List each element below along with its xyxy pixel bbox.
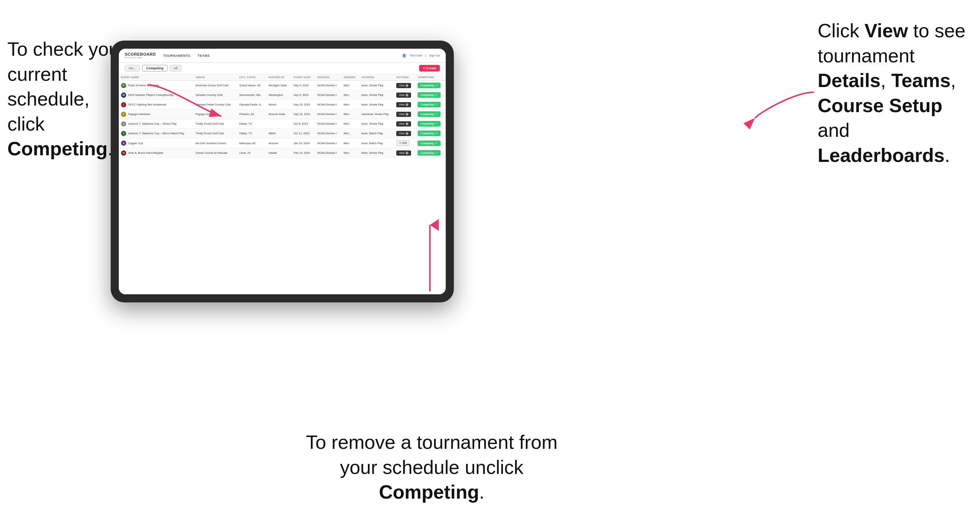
col-competing: COMPETING — [415, 74, 446, 81]
logo-powered: Powered by clippi — [125, 56, 156, 59]
gender-cell: Men — [342, 110, 360, 119]
info-icon: ℹ — [406, 113, 409, 116]
col-city: CITY, STATE — [237, 74, 266, 81]
competing-cell: Competing ✓ — [415, 138, 446, 148]
event-name-cell: J Jackson T. Stephens Cup – Men's Match … — [119, 129, 193, 138]
competing-button[interactable]: Competing ✓ — [418, 111, 441, 117]
view-button[interactable]: View ℹ — [396, 121, 411, 127]
col-hosted-by: HOSTED BY — [266, 74, 291, 81]
event-name-cell: H John A. Burns Intercollegiate — [119, 148, 193, 158]
sign-out-link[interactable]: Sign out — [429, 54, 440, 57]
check-icon: ✓ — [435, 122, 438, 125]
event-name-cell: A Copper Cup — [119, 138, 193, 148]
competing-label: Competing — [421, 142, 434, 144]
scoring-cell: individual, Stroke Play — [360, 110, 395, 119]
division-cell: NCAA Division I — [315, 129, 342, 138]
info-icon: ℹ — [406, 152, 409, 154]
team-logo: F — [121, 83, 126, 88]
competing-tab[interactable]: Competing — [142, 65, 167, 71]
start-date-cell: Oct 11, 2023 — [291, 129, 315, 138]
competing-button[interactable]: Competing ✓ — [418, 83, 441, 88]
team-logo: J — [121, 121, 126, 127]
division-cell: NCAA Division I — [315, 138, 342, 148]
competing-label: Competing — [421, 122, 434, 125]
col-venue: VENUE — [193, 74, 237, 81]
view-button[interactable]: View ℹ — [396, 131, 411, 136]
division-cell: NCAA Division I — [315, 110, 342, 119]
view-button[interactable]: View ℹ — [396, 83, 411, 88]
home-tab[interactable]: Ho... — [125, 65, 140, 71]
all-tab[interactable]: All — [170, 65, 181, 71]
competing-cell: Competing ✓ — [415, 100, 446, 110]
col-division: DIVISION — [315, 74, 342, 81]
nav-teams[interactable]: TEAMS — [198, 54, 210, 57]
info-icon: ℹ — [406, 84, 409, 87]
city-cell: Dallas, TX — [237, 129, 266, 138]
team-logo: A — [121, 141, 126, 146]
actions-cell: View ℹ — [394, 81, 415, 90]
col-actions: ACTIONS — [394, 74, 415, 81]
scoring-cell: team, Match Play — [360, 138, 395, 148]
city-cell: Phoenix, AZ — [237, 110, 266, 119]
nav-links: TOURNAMENTS TEAMS — [163, 54, 401, 57]
check-icon: ✓ — [435, 113, 438, 116]
team-logo: J — [121, 131, 126, 136]
start-date-cell: Sep 4, 2023 — [291, 81, 315, 90]
view-button[interactable]: View ℹ — [396, 92, 411, 98]
scoring-cell: team, Stroke Play — [360, 90, 395, 100]
start-date-cell: Jan 14, 2024 — [291, 138, 315, 148]
table-row: H John A. Burns Intercollegiate Ocean Co… — [119, 148, 446, 158]
competing-cell: Competing ✓ — [415, 81, 446, 90]
venue-cell: Ak-Chin Southern Dunes — [193, 138, 237, 148]
left-arrow — [144, 81, 229, 125]
scoring-cell: team, Stroke Play — [360, 148, 395, 158]
nav-bar: SCOREBOARD Powered by clippi TOURNAMENTS… — [119, 49, 446, 63]
city-cell: Lihue, HI — [237, 148, 266, 158]
scoring-cell: team, Stroke Play — [360, 81, 395, 90]
table-row: J Jackson T. Stephens Cup – Men's Match … — [119, 129, 446, 138]
check-icon: ✓ — [435, 103, 438, 106]
right-annotation: Click View to see tournament Details, Te… — [818, 18, 973, 168]
competing-button[interactable]: Competing ✓ — [418, 130, 441, 136]
competing-button[interactable]: Competing ✓ — [418, 150, 441, 156]
competing-cell: Competing ✓ — [415, 148, 446, 158]
actions-cell: View ℹ — [394, 129, 415, 138]
edit-button[interactable]: ✏ Edit — [396, 140, 410, 146]
city-cell: Sammamish, WA — [237, 90, 266, 100]
hosted-by-cell — [266, 119, 291, 129]
gender-cell: Men — [342, 138, 360, 148]
competing-label: Competing — [421, 84, 434, 87]
competing-button[interactable]: Competing ✓ — [418, 141, 441, 146]
gender-cell: Men — [342, 129, 360, 138]
check-icon: ✓ — [435, 151, 438, 154]
division-cell: NCAA Division I — [315, 148, 342, 158]
start-date-cell: Oct 9, 2023 — [291, 119, 315, 129]
nav-tournaments[interactable]: TOURNAMENTS — [163, 54, 190, 57]
create-button[interactable]: + Create — [419, 65, 440, 71]
hosted-by-cell: Arizona — [266, 138, 291, 148]
hosted-by-cell: ABAC — [266, 129, 291, 138]
city-cell: Maricopa, AZ — [237, 138, 266, 148]
team-logo: P — [121, 112, 126, 117]
gender-cell: Men — [342, 119, 360, 129]
competing-button[interactable]: Competing ✓ — [418, 121, 441, 127]
venue-cell: Ocean Course At Hokuala — [193, 148, 237, 158]
view-button[interactable]: View ℹ — [396, 102, 411, 107]
city-cell: Grand Haven, MI — [237, 81, 266, 90]
toolbar: Ho... Competing All + Create — [119, 63, 446, 74]
competing-cell: Competing ✓ — [415, 129, 446, 138]
competing-label: Competing — [421, 103, 434, 106]
col-scoring: SCORING — [360, 74, 395, 81]
start-date-cell: Sep 9, 2023 — [291, 90, 315, 100]
check-icon: ✓ — [435, 84, 438, 87]
user-name: Test User — [410, 54, 423, 57]
view-button[interactable]: View ℹ — [396, 151, 411, 156]
competing-cell: Competing ✓ — [415, 110, 446, 119]
hosted-by-cell: Hawaii — [266, 148, 291, 158]
venue-cell: Trinity Forest Golf Club — [193, 129, 237, 138]
info-icon: ℹ — [406, 132, 409, 135]
view-button[interactable]: View ℹ — [396, 112, 411, 117]
competing-button[interactable]: Competing ✓ — [418, 102, 441, 107]
competing-button[interactable]: Competing ✓ — [418, 92, 441, 98]
gender-cell: Men — [342, 90, 360, 100]
